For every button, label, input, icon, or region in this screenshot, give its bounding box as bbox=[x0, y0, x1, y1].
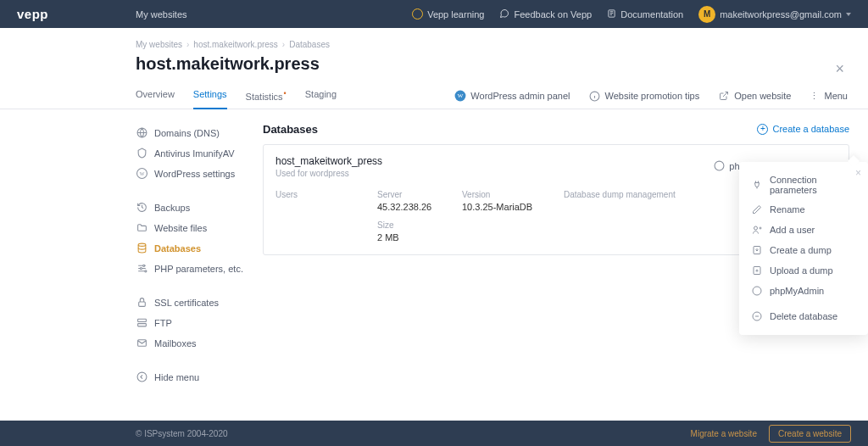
sidebar-label: Databases bbox=[154, 243, 201, 254]
page-title: host.makeitwork.press bbox=[136, 54, 320, 84]
menu-upload-dump[interactable]: Upload a dump bbox=[739, 260, 868, 281]
sidebar-item-mailboxes[interactable]: Mailboxes bbox=[136, 333, 263, 354]
migrate-website-link[interactable]: Migrate a website bbox=[691, 429, 757, 438]
folder-icon bbox=[136, 222, 147, 234]
breadcrumb: My websites › host.makeitwork.press › Da… bbox=[136, 28, 868, 54]
menu-rename[interactable]: Rename bbox=[739, 199, 868, 220]
mail-icon bbox=[136, 337, 147, 349]
sidebar-label: WordPress settings bbox=[154, 169, 235, 179]
tab-statistics-label: Statistics bbox=[246, 92, 283, 102]
wordpress-icon: W bbox=[454, 90, 466, 102]
sidebar-item-php[interactable]: PHP parameters, etc. bbox=[136, 259, 263, 279]
chevron-down-icon bbox=[846, 13, 851, 16]
nav-feedback[interactable]: Feedback on Vepp bbox=[499, 8, 592, 20]
info-icon bbox=[589, 90, 601, 102]
nav-email-label: makeitworkpress@gmail.com bbox=[720, 9, 842, 20]
svg-point-8 bbox=[142, 265, 144, 266]
tab-overview[interactable]: Overview bbox=[136, 84, 175, 109]
svg-rect-13 bbox=[137, 324, 146, 326]
wordpress-icon: W bbox=[136, 168, 147, 180]
nav-learning[interactable]: Vepp learning bbox=[412, 8, 484, 20]
col-size-label: Size bbox=[377, 220, 462, 230]
sidebar-label: Antivirus ImunifyAV bbox=[154, 148, 235, 159]
sidebar-item-antivirus[interactable]: Antivirus ImunifyAV bbox=[136, 143, 263, 164]
svg-text:W: W bbox=[458, 93, 464, 100]
lock-icon bbox=[136, 297, 147, 309]
breadcrumb-my-websites[interactable]: My websites bbox=[136, 40, 182, 49]
breadcrumb-sep: › bbox=[186, 40, 189, 49]
col-version-value: 10.3.25-MariaDB bbox=[462, 202, 564, 212]
plug-icon bbox=[751, 179, 763, 191]
col-version-label: Version bbox=[462, 190, 564, 199]
menu-create-dump[interactable]: Create a dump bbox=[739, 240, 868, 260]
svg-rect-12 bbox=[137, 319, 146, 321]
svg-rect-11 bbox=[138, 302, 145, 306]
chat-icon bbox=[499, 8, 509, 20]
wp-admin-label: WordPress admin panel bbox=[470, 91, 570, 101]
download-icon bbox=[751, 244, 763, 256]
sidebar-label: Hide menu bbox=[154, 372, 199, 382]
nav-my-websites[interactable]: My websites bbox=[136, 9, 187, 20]
nav-account[interactable]: M makeitworkpress@gmail.com bbox=[698, 6, 851, 23]
trash-icon bbox=[751, 310, 763, 322]
menu-phpmyadmin[interactable]: phpMyAdmin bbox=[739, 281, 868, 301]
create-database-button[interactable]: + Create a database bbox=[757, 124, 849, 135]
svg-point-7 bbox=[138, 243, 146, 246]
promo-label: Website promotion tips bbox=[605, 91, 700, 101]
sidebar: Domains (DNS) Antivirus ImunifyAV W Word… bbox=[136, 123, 263, 401]
sidebar-item-ftp[interactable]: FTP bbox=[136, 313, 263, 333]
menu-item-label: Delete database bbox=[770, 311, 837, 321]
tab-menu-button[interactable]: ⋮ Menu bbox=[810, 91, 848, 102]
col-size-value: 2 MB bbox=[377, 232, 462, 243]
tab-statistics[interactable]: Statistics• bbox=[246, 84, 287, 109]
sidebar-label: SSL certificates bbox=[154, 298, 219, 308]
open-website-link[interactable]: Open website bbox=[718, 90, 791, 102]
sidebar-item-wpsettings[interactable]: W WordPress settings bbox=[136, 164, 263, 184]
phpmyadmin-icon bbox=[751, 285, 763, 297]
tab-settings[interactable]: Settings bbox=[193, 84, 227, 109]
footer: © ISPsystem 2004-2020 Migrate a website … bbox=[0, 421, 868, 446]
open-website-label: Open website bbox=[734, 91, 791, 101]
sidebar-item-ssl[interactable]: SSL certificates bbox=[136, 293, 263, 313]
sidebar-label: PHP parameters, etc. bbox=[154, 264, 243, 274]
promo-tips-link[interactable]: Website promotion tips bbox=[589, 90, 700, 102]
history-icon bbox=[136, 202, 147, 214]
edit-icon bbox=[751, 203, 763, 215]
svg-point-15 bbox=[137, 372, 147, 382]
breadcrumb-host[interactable]: host.makeitwork.press bbox=[193, 40, 277, 49]
col-users-label: Users bbox=[275, 190, 377, 199]
svg-point-17 bbox=[754, 226, 758, 230]
close-button[interactable]: × bbox=[835, 60, 844, 78]
wp-admin-link[interactable]: W WordPress admin panel bbox=[454, 90, 570, 102]
breadcrumb-databases[interactable]: Databases bbox=[289, 40, 330, 49]
sidebar-label: Domains (DNS) bbox=[154, 128, 220, 138]
sidebar-label: FTP bbox=[154, 318, 172, 328]
user-plus-icon bbox=[751, 224, 763, 236]
menu-add-user[interactable]: Add a user bbox=[739, 220, 868, 240]
sidebar-item-files[interactable]: Website files bbox=[136, 218, 263, 238]
nav-documentation[interactable]: Documentation bbox=[607, 8, 683, 20]
popover-close-icon[interactable]: × bbox=[855, 167, 861, 179]
menu-item-label: phpMyAdmin bbox=[770, 286, 824, 296]
menu-item-label: Upload a dump bbox=[770, 265, 833, 276]
tab-staging[interactable]: Staging bbox=[305, 84, 337, 109]
logo: vepp bbox=[17, 7, 136, 21]
col-server-label: Server bbox=[377, 190, 462, 199]
menu-connection-params[interactable]: Connection parameters bbox=[739, 170, 868, 199]
menu-item-label: Rename bbox=[770, 204, 805, 215]
database-name: host_makeitwork_press bbox=[275, 155, 382, 167]
create-website-button[interactable]: Create a website bbox=[769, 425, 851, 443]
collapse-icon bbox=[136, 371, 147, 383]
globe-icon bbox=[136, 127, 147, 139]
sidebar-item-backups[interactable]: Backups bbox=[136, 198, 263, 218]
menu-item-label: Add a user bbox=[770, 225, 815, 235]
breadcrumb-sep: › bbox=[282, 40, 285, 49]
sidebar-item-domains[interactable]: Domains (DNS) bbox=[136, 123, 263, 143]
menu-item-label: Connection parameters bbox=[770, 175, 856, 195]
tab-menu-label: Menu bbox=[824, 91, 848, 101]
sidebar-item-databases[interactable]: Databases bbox=[136, 238, 263, 259]
menu-delete-database[interactable]: Delete database bbox=[739, 306, 868, 326]
sidebar-label: Website files bbox=[154, 223, 207, 233]
shield-icon bbox=[136, 148, 147, 159]
hide-menu-button[interactable]: Hide menu bbox=[136, 367, 263, 387]
